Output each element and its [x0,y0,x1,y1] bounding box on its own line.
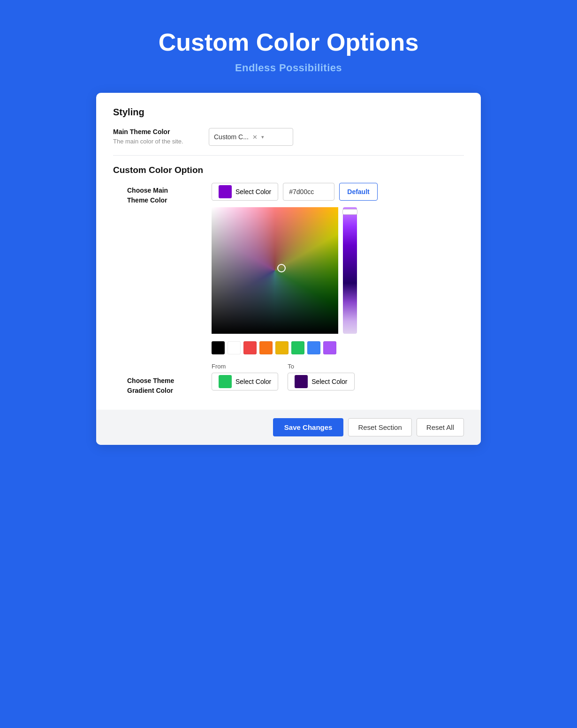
preset-color-swatch[interactable] [243,341,257,354]
main-default-btn[interactable]: Default [339,183,377,201]
main-color-row: Choose Main Theme Color Select Color Def… [113,183,464,354]
gradient-to-select-label: Select Color [311,378,347,385]
main-theme-label: Main Theme Color [113,128,197,135]
gradient-controls: From Select Color To Select Color [212,363,355,390]
preset-color-swatch[interactable] [228,341,241,354]
preset-color-swatch[interactable] [259,341,273,354]
custom-color-section: Custom Color Option Choose Main Theme Co… [113,165,464,396]
main-color-controls: Select Color Default [212,183,378,354]
preset-color-swatch[interactable] [323,341,336,354]
gradient-to-group: To Select Color [288,363,354,390]
preset-color-swatch[interactable] [307,341,320,354]
gradient-from-label: From [212,363,278,370]
page-header: Custom Color Options Endless Possibiliti… [159,28,419,74]
main-color-btn-row: Select Color Default [212,183,378,201]
preset-colors-row [212,341,338,354]
custom-color-section-title: Custom Color Option [113,165,464,175]
hue-slider[interactable] [343,207,357,334]
panel-body: Styling Main Theme Color The main color … [96,93,481,396]
gradient-from-btn[interactable]: Select Color [212,373,278,390]
section-divider [113,155,464,156]
panel-footer: Save Changes Reset Section Reset All [96,410,481,445]
gradient-from-select-label: Select Color [235,378,271,385]
main-select-color-label: Select Color [235,188,271,195]
preset-color-swatch[interactable] [212,341,225,354]
hue-slider-thumb [342,209,357,215]
save-changes-button[interactable]: Save Changes [273,418,344,436]
styling-section-title: Styling [113,107,464,118]
main-theme-label-block: Main Theme Color The main color of the s… [113,128,197,146]
select-arrow-icon[interactable]: ▾ [261,134,264,140]
preset-color-swatch[interactable] [291,341,304,354]
color-picker-canvas[interactable] [212,207,338,334]
main-select-color-btn[interactable]: Select Color [212,183,278,201]
page-subtitle: Endless Possibilities [159,62,419,74]
reset-section-button[interactable]: Reset Section [348,418,411,436]
main-theme-select[interactable]: Custom C... ✕ ▾ [209,128,293,146]
styling-section: Styling Main Theme Color The main color … [113,107,464,146]
preset-color-swatch[interactable] [275,341,288,354]
main-color-label: Choose Main Theme Color [127,183,202,205]
gradient-to-label: To [288,363,354,370]
main-theme-desc: The main color of the site. [113,137,197,146]
gradient-row: Choose Theme Gradient Color From Select … [113,363,464,396]
main-color-swatch [219,185,232,198]
select-clear-icon[interactable]: ✕ [252,134,258,141]
page-title: Custom Color Options [159,28,419,56]
gradient-from-group: From Select Color [212,363,278,390]
gradient-from-swatch [219,375,232,388]
main-theme-field-row: Main Theme Color The main color of the s… [113,128,464,146]
main-hex-input[interactable] [283,183,334,201]
main-panel: Styling Main Theme Color The main color … [96,93,481,445]
gradient-to-btn[interactable]: Select Color [288,373,354,390]
reset-all-button[interactable]: Reset All [417,418,464,436]
select-value: Custom C... [214,133,249,141]
gradient-to-swatch [295,375,308,388]
gradient-label: Choose Theme Gradient Color [127,363,202,396]
color-picker-container [212,207,378,354]
